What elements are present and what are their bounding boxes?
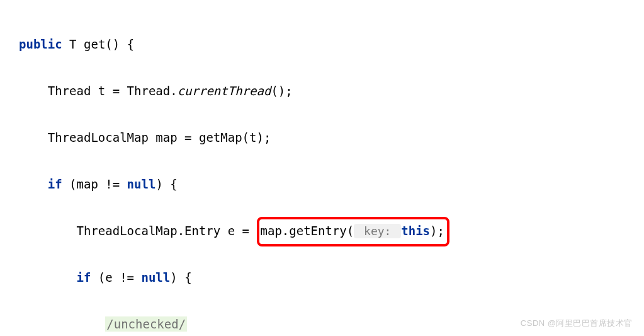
highlight-box: map.getEntry( key: this); bbox=[257, 217, 449, 246]
method-name: get bbox=[84, 37, 105, 51]
code-line: Thread t = Thread.currentThread(); bbox=[19, 79, 638, 103]
code-text: () { bbox=[105, 37, 134, 51]
code-line: ThreadLocalMap.Entry e = map.getEntry( k… bbox=[19, 219, 638, 243]
code-text: ) { bbox=[155, 177, 177, 191]
keyword-null: null bbox=[127, 177, 156, 191]
code-text: Thread t = Thread. bbox=[48, 84, 178, 98]
code-text: ); bbox=[430, 224, 444, 238]
code-text: ThreadLocalMap map = getMap(t); bbox=[48, 130, 271, 144]
code-text: map.getEntry( bbox=[261, 224, 354, 238]
code-block: public T get() { Thread t = Thread.curre… bbox=[19, 9, 638, 336]
keyword-public: public bbox=[19, 37, 62, 51]
code-line: public T get() { bbox=[19, 33, 638, 56]
code-text: ThreadLocalMap.Entry e = bbox=[77, 224, 257, 238]
suppress-comment: /unchecked/ bbox=[105, 316, 187, 332]
code-text: (map != bbox=[62, 177, 127, 191]
code-text: (e != bbox=[91, 270, 141, 284]
param-hint: key: bbox=[354, 224, 401, 238]
keyword-if: if bbox=[77, 270, 91, 284]
type-generic: T bbox=[69, 37, 76, 51]
code-line: if (map != null) { bbox=[19, 173, 638, 196]
code-text: ) { bbox=[170, 270, 191, 284]
code-line: if (e != null) { bbox=[19, 266, 638, 289]
keyword-null: null bbox=[141, 270, 170, 284]
keyword-this: this bbox=[401, 224, 430, 238]
code-text: (); bbox=[271, 84, 292, 98]
static-method: currentThread bbox=[178, 84, 271, 98]
keyword-if: if bbox=[48, 177, 62, 191]
code-line: ThreadLocalMap map = getMap(t); bbox=[19, 126, 638, 149]
watermark: CSDN @阿里巴巴首席技术官 bbox=[521, 315, 633, 331]
